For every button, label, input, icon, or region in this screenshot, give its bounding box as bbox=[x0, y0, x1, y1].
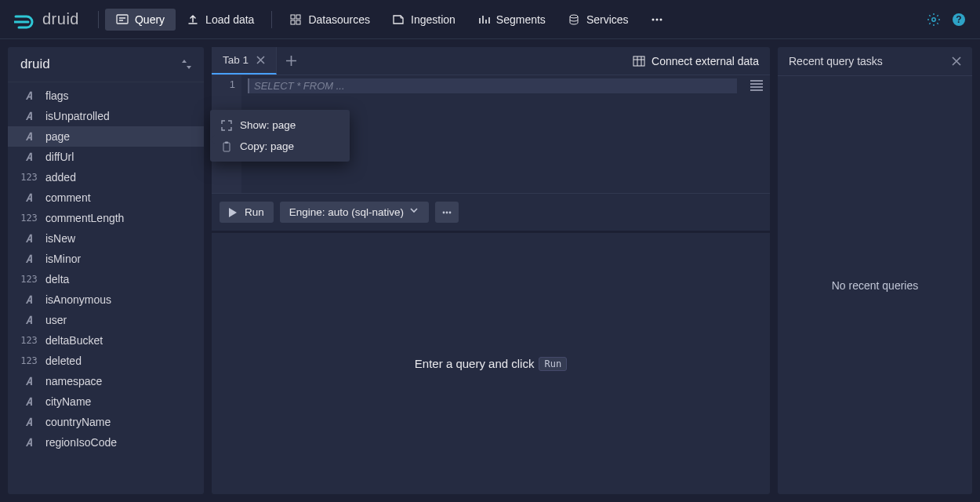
svg-point-8 bbox=[659, 18, 662, 20]
play-icon bbox=[229, 208, 238, 217]
svg-point-15 bbox=[443, 211, 445, 213]
sidebar-header[interactable]: druid bbox=[8, 47, 204, 82]
column-item[interactable]: Auser bbox=[8, 310, 204, 330]
logo[interactable]: druid bbox=[14, 10, 79, 29]
engine-label: Engine: auto (sql-native) bbox=[289, 206, 404, 218]
string-type-icon: A bbox=[20, 436, 38, 449]
column-item[interactable]: Aflags bbox=[8, 85, 204, 106]
nav-query[interactable]: Query bbox=[105, 9, 176, 31]
string-type-icon: A bbox=[20, 253, 38, 265]
sidebar-title: druid bbox=[20, 56, 50, 72]
clipboard-icon bbox=[221, 141, 232, 152]
column-item[interactable]: AisUnpatrolled bbox=[8, 106, 204, 126]
string-type-icon: A bbox=[20, 110, 38, 122]
workspace: druid AflagsAisUnpatrolledApageAdiffUrl1… bbox=[0, 39, 980, 502]
nav-load-data[interactable]: Load data bbox=[176, 9, 265, 31]
column-name: regionIsoCode bbox=[45, 436, 117, 449]
tab-close-icon[interactable] bbox=[256, 56, 265, 64]
string-type-icon: A bbox=[20, 89, 38, 102]
svg-rect-14 bbox=[633, 56, 644, 66]
column-name: deltaBucket bbox=[45, 334, 103, 347]
column-name: added bbox=[45, 171, 76, 184]
ctx-show[interactable]: Show: page bbox=[210, 115, 350, 136]
column-item[interactable]: 123added bbox=[8, 167, 204, 187]
more-icon bbox=[651, 13, 663, 26]
column-list[interactable]: AflagsAisUnpatrolledApageAdiffUrl123adde… bbox=[8, 82, 204, 494]
svg-rect-1 bbox=[291, 15, 295, 19]
divider bbox=[98, 11, 99, 28]
svg-rect-12 bbox=[223, 143, 230, 151]
number-type-icon: 123 bbox=[20, 355, 38, 366]
upload-icon bbox=[187, 13, 199, 26]
column-item[interactable]: AisAnonymous bbox=[8, 289, 204, 310]
context-menu: Show: page Copy: page bbox=[210, 110, 350, 162]
number-type-icon: 123 bbox=[20, 172, 38, 183]
nav-ingestion[interactable]: Ingestion bbox=[381, 9, 466, 31]
column-item[interactable]: Anamespace bbox=[8, 371, 204, 391]
number-type-icon: 123 bbox=[20, 274, 38, 285]
sort-icon[interactable] bbox=[182, 59, 191, 70]
results-pane: Enter a query and click Run bbox=[212, 231, 770, 494]
nav-datasources[interactable]: Datasources bbox=[278, 9, 381, 31]
brand-text: druid bbox=[42, 10, 79, 28]
nav-services[interactable]: Services bbox=[557, 9, 640, 31]
column-item[interactable]: AcountryName bbox=[8, 412, 204, 432]
ctx-copy[interactable]: Copy: page bbox=[210, 136, 350, 157]
column-item[interactable]: 123deltaBucket bbox=[8, 330, 204, 351]
more-icon bbox=[441, 207, 452, 218]
settings-icon[interactable] bbox=[927, 13, 941, 27]
svg-rect-3 bbox=[291, 20, 295, 24]
editor-placeholder: SELECT * FROM ... bbox=[254, 80, 345, 92]
tab-bar: Tab 1 Connect external data bbox=[212, 47, 770, 75]
nav-load-label: Load data bbox=[205, 13, 254, 26]
nav-query-label: Query bbox=[135, 13, 165, 26]
editor-menu-icon[interactable] bbox=[743, 75, 770, 193]
datasources-icon bbox=[289, 13, 302, 26]
column-name: namespace bbox=[45, 375, 102, 387]
run-bar: Run Engine: auto (sql-native) bbox=[212, 193, 770, 231]
string-type-icon: A bbox=[20, 375, 38, 387]
results-prompt: Enter a query and click bbox=[415, 357, 535, 370]
string-type-icon: A bbox=[20, 416, 38, 428]
column-name: deleted bbox=[45, 355, 82, 367]
column-item[interactable]: AisNew bbox=[8, 228, 204, 249]
sidebar: druid AflagsAisUnpatrolledApageAdiffUrl1… bbox=[8, 47, 204, 494]
services-icon bbox=[568, 13, 580, 26]
expand-icon bbox=[221, 120, 232, 131]
top-nav: druid Query Load data Datasources Ingest… bbox=[0, 0, 980, 39]
column-item[interactable]: Apage bbox=[8, 126, 204, 147]
tab-add[interactable] bbox=[277, 47, 306, 75]
nav-more[interactable] bbox=[640, 9, 674, 31]
query-icon bbox=[116, 13, 129, 26]
column-item[interactable]: AregionIsoCode bbox=[8, 432, 204, 453]
svg-point-5 bbox=[570, 15, 578, 18]
chevron-down-icon bbox=[410, 208, 419, 217]
column-item[interactable]: 123delta bbox=[8, 269, 204, 289]
nav-segments[interactable]: Segments bbox=[466, 9, 557, 31]
string-type-icon: A bbox=[20, 130, 38, 143]
column-item[interactable]: 123deleted bbox=[8, 351, 204, 371]
recent-tasks-panel: Recent query tasks No recent queries bbox=[778, 47, 972, 494]
svg-point-7 bbox=[655, 18, 658, 20]
tab-1[interactable]: Tab 1 bbox=[212, 47, 277, 75]
run-label: Run bbox=[245, 206, 264, 218]
recent-tasks-empty: No recent queries bbox=[832, 279, 919, 292]
engine-select[interactable]: Engine: auto (sql-native) bbox=[280, 202, 429, 223]
connect-external-data[interactable]: Connect external data bbox=[622, 47, 770, 75]
run-more-button[interactable] bbox=[435, 202, 459, 223]
column-item[interactable]: AdiffUrl bbox=[8, 147, 204, 167]
string-type-icon: A bbox=[20, 191, 38, 204]
column-item[interactable]: Acomment bbox=[8, 187, 204, 208]
svg-point-6 bbox=[652, 18, 654, 20]
nav-segments-label: Segments bbox=[496, 13, 546, 26]
run-chip: Run bbox=[539, 357, 567, 371]
column-item[interactable]: 123commentLength bbox=[8, 208, 204, 228]
close-icon[interactable] bbox=[952, 56, 961, 66]
help-icon[interactable]: ? bbox=[952, 13, 966, 27]
column-item[interactable]: AcityName bbox=[8, 391, 204, 412]
svg-rect-4 bbox=[296, 20, 300, 24]
ingestion-icon bbox=[392, 13, 405, 26]
logo-icon bbox=[14, 10, 36, 29]
run-button[interactable]: Run bbox=[220, 202, 274, 223]
column-item[interactable]: AisMinor bbox=[8, 249, 204, 269]
